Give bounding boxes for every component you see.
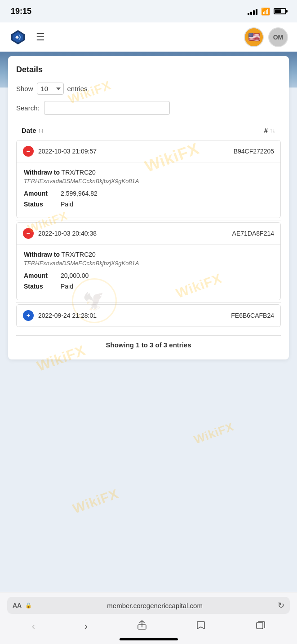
date-column-header[interactable]: Date ↑↓: [22, 127, 44, 134]
browser-nav-row: ‹ ›: [7, 618, 290, 635]
battery-icon: [274, 8, 286, 14]
tx-amount-row-2: Amount 20,000.00: [24, 272, 273, 279]
search-input[interactable]: [44, 101, 170, 115]
table-row: + 2022-09-24 21:28:01 FE6B6CAFB24: [16, 304, 281, 327]
browser-url-row: AA 🔒 member.coregenericcapital.com ↻: [7, 597, 290, 614]
browser-url-text[interactable]: member.coregenericcapital.com: [35, 602, 274, 609]
tx-amount-label-1: Amount: [24, 190, 55, 197]
search-row: Search:: [16, 101, 281, 115]
status-icons: 📶: [248, 7, 286, 16]
header-right: 🇺🇸 OM: [244, 27, 288, 47]
tx-withdraw-label-2: Withdraw to TRX/TRC20: [24, 251, 273, 258]
browser-tabs-button[interactable]: [250, 618, 270, 635]
tx-header-2[interactable]: – 2022-10-03 20:40:38 AE71DA8F214: [17, 223, 280, 245]
tx-amount-value-1: 2,599,964.82: [61, 190, 98, 197]
tx-address-1: TFRHExnvadaDSMeECcknBkjbzjX9gKo81A: [24, 178, 273, 184]
watermark: WikiFX: [71, 486, 120, 517]
table-header: Date ↑↓ # ↑↓: [16, 123, 281, 138]
tx-header-3[interactable]: + 2022-09-24 21:28:01 FE6B6CAFB24: [17, 305, 280, 327]
browser-share-button[interactable]: [132, 618, 152, 635]
tx-withdraw-label-1: Withdraw to TRX/TRC20: [24, 169, 273, 176]
tx-status-row-1: Status Paid: [24, 201, 273, 208]
main-content: Details Show 10 25 50 100 entries Search…: [8, 56, 289, 359]
tx-date-1: 2022-10-03 21:09:57: [38, 148, 234, 155]
avatar-initials: OM: [273, 34, 284, 41]
wifi-icon: 📶: [261, 7, 270, 16]
tx-status-label-2: Status: [24, 283, 55, 290]
table-row: – 2022-10-03 21:09:57 B94CF272205 Withdr…: [16, 140, 281, 218]
tx-status-label-1: Status: [24, 201, 55, 208]
tx-amount-value-2: 20,000.00: [61, 272, 89, 279]
show-entries-row: Show 10 25 50 100 entries: [16, 83, 281, 95]
svg-rect-3: [257, 622, 263, 629]
tx-divider-2: [16, 302, 281, 302]
browser-aa-button[interactable]: AA: [13, 602, 22, 609]
search-label: Search:: [16, 104, 40, 112]
hash-sort-arrows: ↑↓: [270, 127, 275, 134]
status-time: 19:15: [11, 7, 31, 16]
hamburger-menu[interactable]: ☰: [36, 31, 45, 43]
flag-icon: 🇺🇸: [248, 31, 260, 43]
signal-icon: [248, 8, 257, 15]
entries-label: entries: [67, 85, 88, 92]
entries-select[interactable]: 10 25 50 100: [37, 83, 64, 95]
user-avatar[interactable]: OM: [268, 27, 288, 47]
app-logo: [9, 28, 27, 46]
date-sort-arrows: ↑↓: [38, 127, 44, 134]
table-row: – 2022-10-03 20:40:38 AE71DA8F214 Withdr…: [16, 222, 281, 300]
browser-back-button[interactable]: ‹: [27, 619, 40, 634]
tx-hash-1: B94CF272205: [234, 148, 274, 155]
tx-date-3: 2022-09-24 21:28:01: [38, 312, 231, 319]
tx-details-1: Withdraw to TRX/TRC20 TFRHExnvadaDSMeECc…: [17, 162, 280, 218]
transactions-list: – 2022-10-03 21:09:57 B94CF272205 Withdr…: [16, 140, 281, 327]
tx-amount-row-1: Amount 2,599,964.82: [24, 190, 273, 197]
tx-hash-2: AE71DA8F214: [232, 230, 274, 237]
tx-status-icon-1: –: [23, 146, 34, 157]
logo-area: ☰: [9, 28, 45, 46]
tx-date-2: 2022-10-03 20:40:38: [38, 230, 232, 237]
tx-status-value-2: Paid: [61, 283, 73, 290]
hash-column-header[interactable]: # ↑↓: [264, 127, 275, 134]
browser-bookmarks-button[interactable]: [191, 618, 211, 635]
browser-lock-icon: 🔒: [25, 602, 32, 609]
tx-status-icon-3: +: [23, 310, 34, 321]
browser-forward-button[interactable]: ›: [79, 619, 93, 634]
show-label: Show: [16, 85, 33, 92]
tx-details-2: Withdraw to TRX/TRC20 TFRHExnvadaDSMeECc…: [17, 245, 280, 300]
tx-status-value-1: Paid: [61, 201, 73, 208]
home-indicator: [120, 638, 178, 640]
tx-status-icon-2: –: [23, 228, 34, 239]
section-title: Details: [16, 65, 281, 74]
status-bar: 19:15 📶: [0, 0, 297, 22]
tx-status-row-2: Status Paid: [24, 283, 273, 290]
tx-hash-3: FE6B6CAFB24: [231, 312, 274, 319]
app-header: ☰ 🇺🇸 OM: [0, 22, 297, 52]
tx-divider-1: [16, 220, 281, 220]
browser-bar: AA 🔒 member.coregenericcapital.com ↻ ‹ ›: [0, 592, 297, 644]
tx-address-2: TFRHExnvadaDSMeECcknBkjbzjX9gKo81A: [24, 260, 273, 267]
browser-refresh-button[interactable]: ↻: [278, 600, 284, 610]
showing-footer: Showing 1 to 3 of 3 entries: [16, 335, 281, 349]
language-selector[interactable]: 🇺🇸: [244, 27, 264, 47]
tx-amount-label-2: Amount: [24, 272, 55, 279]
tx-header-1[interactable]: – 2022-10-03 21:09:57 B94CF272205: [17, 140, 280, 162]
